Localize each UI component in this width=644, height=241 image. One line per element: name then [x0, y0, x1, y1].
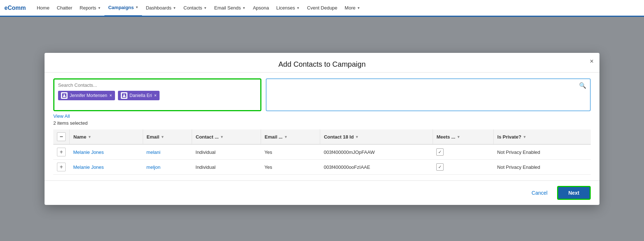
nav-cvent-dedupe-label: Cvent Dedupe	[307, 5, 337, 11]
chevron-down-icon: ▼	[173, 6, 176, 10]
nav-more-label: More	[345, 5, 356, 11]
nav-licenses[interactable]: Licenses ▼	[273, 0, 303, 16]
search-icon: 🔍	[579, 82, 586, 89]
nav-apsona[interactable]: Apsona	[249, 0, 273, 16]
chevron-down-icon: ▼	[98, 6, 101, 10]
col-private-label: Is Private?	[497, 134, 521, 140]
row1-contact-type-cell: Individual	[192, 144, 261, 160]
sort-icon: ▼	[284, 135, 288, 139]
svg-point-1	[64, 94, 65, 96]
top-navigation: eComm Home Chatter Reports ▼ Campaigns ▼…	[0, 0, 644, 17]
row1-email-status-cell: Yes	[261, 144, 320, 160]
row2-email-cell: meljon	[143, 160, 192, 175]
table-wrapper: − Name ▼	[53, 129, 591, 175]
next-button[interactable]: Next	[557, 186, 591, 200]
nav-email-sends[interactable]: Email Sends ▼	[211, 0, 249, 16]
row1-name-link[interactable]: Melanie Jones	[73, 149, 104, 155]
page-background: Add Contacts to Campaign ×	[0, 17, 644, 241]
modal-close-button[interactable]: ×	[590, 58, 594, 65]
tag-daniella-remove-button[interactable]: ×	[154, 93, 157, 98]
row1-meets-cell: ✓	[433, 144, 494, 160]
col-email-label: Email	[147, 134, 160, 140]
row1-action-cell: +	[53, 144, 70, 160]
row1-name-cell: Melanie Jones	[70, 144, 143, 160]
modal-header: Add Contacts to Campaign ×	[45, 53, 599, 73]
col-private-header[interactable]: Is Private? ▼	[494, 129, 591, 144]
nav-reports-label: Reports	[80, 5, 96, 11]
col-action-header[interactable]: −	[53, 129, 70, 144]
nav-more[interactable]: More ▼	[341, 0, 364, 16]
tag-jennifer-label: Jennifer Mortensen	[70, 93, 107, 98]
tag-jennifer-remove-button[interactable]: ×	[110, 93, 112, 98]
row2-private-cell: Not Privacy Enabled	[494, 160, 591, 175]
row2-name-link[interactable]: Melanie Jones	[73, 164, 104, 170]
deselect-all-button[interactable]: −	[57, 132, 66, 141]
row1-add-button[interactable]: +	[57, 148, 66, 156]
col-email-status-header[interactable]: Email ... ▼	[261, 129, 320, 144]
row1-private-cell: Not Privacy Enabled	[494, 144, 591, 160]
contact-icon	[121, 92, 127, 99]
nav-reports[interactable]: Reports ▼	[76, 0, 104, 16]
modal-body: Jennifer Mortensen ×	[45, 73, 599, 180]
row2-email-status-cell: Yes	[261, 160, 320, 175]
row1-email-cell: melani	[143, 144, 192, 160]
table-row: + Melanie Jones meljon Individual Yes	[53, 160, 591, 175]
chevron-down-icon: ▼	[296, 6, 300, 10]
brand-logo: eComm	[4, 5, 26, 11]
modal-overlay: Add Contacts to Campaign ×	[0, 17, 644, 241]
nav-campaigns-label: Campaigns	[108, 5, 134, 10]
sort-icon: ▼	[220, 135, 224, 139]
row2-name-cell: Melanie Jones	[70, 160, 143, 175]
col-contact18-header[interactable]: Contact 18 Id ▼	[320, 129, 433, 144]
items-selected-count: 2 items selected	[53, 120, 591, 126]
nav-chatter[interactable]: Chatter	[53, 0, 76, 16]
row2-email-link[interactable]: meljon	[146, 164, 160, 170]
modal-footer: Cancel Next	[45, 180, 599, 205]
nav-cvent-dedupe[interactable]: Cvent Dedupe	[303, 0, 341, 16]
nav-contacts[interactable]: Contacts ▼	[180, 0, 211, 16]
row2-meets-checkbox[interactable]: ✓	[436, 163, 444, 171]
tag-jennifer-mortensen: Jennifer Mortensen ×	[58, 91, 115, 100]
nav-home[interactable]: Home	[33, 0, 53, 16]
chevron-down-icon: ▼	[204, 6, 207, 10]
contacts-table: − Name ▼	[53, 129, 591, 175]
search-row: Jennifer Mortensen ×	[53, 78, 591, 111]
row2-contact18-cell: 003f400000ooFzIAAE	[320, 160, 433, 175]
svg-point-3	[123, 94, 125, 96]
modal-title: Add Contacts to Campaign	[278, 60, 365, 68]
row2-meets-cell: ✓	[433, 160, 494, 175]
nav-contacts-label: Contacts	[184, 5, 202, 11]
col-email-header[interactable]: Email ▼	[143, 129, 192, 144]
tag-daniella-eri: Daniella Eri ×	[118, 91, 160, 100]
row2-add-button[interactable]: +	[57, 163, 66, 171]
col-meets-header[interactable]: Meets ... ▼	[433, 129, 494, 144]
checkmark-icon: ✓	[438, 149, 442, 155]
table-body: + Melanie Jones melani Individual Yes	[53, 144, 591, 175]
right-search-panel[interactable]: 🔍	[266, 78, 591, 111]
search-input[interactable]	[58, 82, 257, 88]
col-name-header[interactable]: Name ▼	[70, 129, 143, 144]
sort-icon: ▼	[161, 135, 164, 139]
chevron-down-icon: ▼	[357, 6, 360, 10]
row1-contact18-cell: 003f400000mJOpFAAW	[320, 144, 433, 160]
sort-icon: ▼	[355, 135, 359, 139]
col-contact-type-header[interactable]: Contact ... ▼	[192, 129, 261, 144]
tags-container: Jennifer Mortensen ×	[58, 91, 257, 100]
view-all-link[interactable]: View All	[53, 113, 70, 119]
nav-licenses-label: Licenses	[276, 5, 295, 11]
nav-dashboards[interactable]: Dashboards ▼	[142, 0, 180, 16]
nav-chatter-label: Chatter	[57, 5, 72, 11]
row1-email-link[interactable]: melani	[146, 149, 160, 155]
chevron-down-icon: ▼	[135, 5, 139, 9]
col-email-status-label: Email ...	[265, 134, 283, 140]
contact-icon	[61, 92, 68, 99]
sort-icon: ▼	[523, 135, 526, 139]
nav-campaigns[interactable]: Campaigns ▼	[104, 0, 142, 16]
checkmark-icon: ✓	[438, 164, 442, 170]
nav-apsona-label: Apsona	[253, 5, 269, 11]
row1-meets-checkbox[interactable]: ✓	[436, 148, 444, 156]
sort-icon: ▼	[88, 135, 91, 139]
search-tags-box[interactable]: Jennifer Mortensen ×	[53, 78, 261, 111]
cancel-button[interactable]: Cancel	[526, 187, 553, 199]
table-header: − Name ▼	[53, 129, 591, 144]
